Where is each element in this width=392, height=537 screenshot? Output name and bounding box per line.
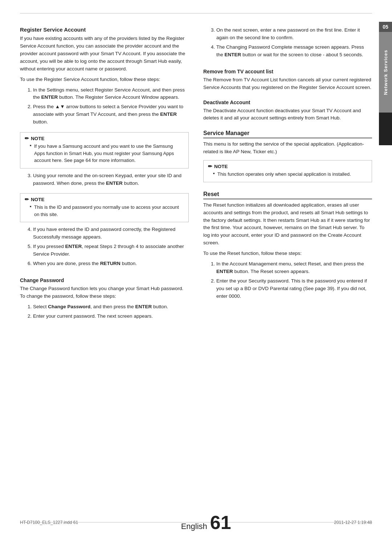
right-step-4: The Changing Password Complete message s… [216,44,372,59]
top-border [20,13,372,13]
page: 05 Network Services Register Service Acc… [0,0,392,537]
right-step-3: On the next screen, enter a new password… [216,27,372,42]
footer: HT-D7100_ELS_1227.indd 61 English 61 201… [20,513,372,532]
remove-heading: Remove from TV account list [203,69,372,74]
reset-heading: Reset [203,191,372,199]
register-step-3: Using your remote and the on-screen Keyp… [33,172,189,187]
left-col: Register Service Account If you have exi… [20,20,189,517]
service-manager-heading: Service Manager [203,130,372,138]
right-steps-top: On the next screen, enter a new password… [210,27,372,61]
note-icon-1: ✏ [25,135,29,141]
change-step-1: Select Change Password, and then press t… [33,303,189,311]
footer-right: 2011-12-27 1:19:48 [334,520,372,525]
note-box-1: ✏ NOTE If you have a Samsung account and… [20,132,189,168]
register-step-5: If you pressed ENTER, repeat Steps 2 thr… [33,243,189,258]
note-content-1: If you have a Samsung account and you wa… [30,143,184,164]
note-item-2: This is the ID and password you normally… [30,204,184,218]
deactivate-text: The Deactivate Account function deactiva… [203,107,372,122]
side-tab: 05 Network Services [379,22,392,145]
footer-left: HT-D7100_ELS_1227.indd 61 [20,520,78,525]
change-steps-list: Select Change Password, and then press t… [26,303,189,322]
service-manager-text: This menu is for setting the service of … [203,141,372,156]
note-content-2: This is the ID and password you normally… [30,204,184,218]
side-tab-text-wrapper: Network Services [379,32,392,113]
note-icon-sm: ✏ [208,163,212,169]
reset-steps-list: In the Account Management menu, select R… [210,260,372,302]
note-title-2: ✏ NOTE [25,196,184,202]
note-item: If you have a Samsung account and you wa… [30,143,184,164]
reset-text: The Reset function initializes all downl… [203,202,372,247]
note-item-sm: This function operates only when special… [213,171,367,178]
footer-english: English 61 [181,513,231,532]
reset-step-1: In the Account Management menu, select R… [216,260,372,276]
register-steps-list: In the Settings menu, select Register Se… [26,86,189,128]
register-steps-list-3: If you have entered the ID and password … [26,226,189,269]
content-area: Register Service Account If you have exi… [20,20,372,517]
reset-step-2: Enter the your Security password. This i… [216,277,372,300]
footer-page-number: 61 [210,513,231,532]
change-password-heading: Change Password [20,277,189,283]
register-step-6: When you are done, press the RETURN butt… [33,260,189,268]
side-tab-black [379,113,392,145]
register-steps-list-2: Using your remote and the on-screen Keyp… [26,172,189,189]
deactivate-heading: Deactivate Account [203,99,372,105]
register-step-4: If you have entered the ID and password … [33,226,189,241]
register-to-use: To use the Register Service Account func… [20,76,189,84]
remove-text: The Remove from TV Account List function… [203,76,372,91]
note-box-2: ✏ NOTE This is the ID and password you n… [20,193,189,222]
register-step-2: Press the ▲▼ arrow buttons to select a S… [33,103,189,126]
note-content-sm: This function operates only when special… [213,171,367,178]
note-icon-2: ✏ [25,196,29,202]
footer-english-word: English [181,522,207,531]
register-intro: If you have existing accounts with any o… [20,35,189,73]
reset-to-use: To use the Reset function, follow these … [203,250,372,257]
note-title-sm: ✏ NOTE [208,163,367,169]
note-title-1: ✏ NOTE [25,135,184,141]
note-box-sm: ✏ NOTE This function operates only when … [203,160,372,182]
right-col: On the next screen, enter a new password… [203,20,372,517]
register-step-1: In the Settings menu, select Register Se… [33,86,189,102]
register-heading: Register Service Account [20,27,189,33]
side-tab-text: Network Services [383,50,388,95]
change-step-2: Enter your current password. The next sc… [33,313,189,320]
change-password-intro: The Change Password function lets you ch… [20,285,189,300]
side-tab-number: 05 [379,22,392,32]
